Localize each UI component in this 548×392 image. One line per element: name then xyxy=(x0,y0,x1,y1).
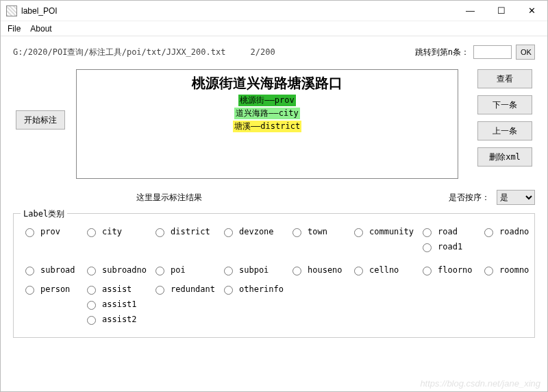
radio-roadno[interactable]: roadno xyxy=(481,226,536,237)
radio-redundant[interactable]: redundant xyxy=(152,284,221,295)
radio-community[interactable]: community xyxy=(351,226,419,237)
radio-subpoi[interactable]: subpoi xyxy=(221,265,289,275)
next-button[interactable]: 下一条 xyxy=(477,95,532,114)
annotation-district: 塘溪——district xyxy=(233,121,301,132)
radio-district[interactable]: district xyxy=(152,226,221,237)
jump-ok-button[interactable]: OK xyxy=(516,45,535,60)
canvas-title: 桃源街道兴海路塘溪路口 xyxy=(77,74,458,93)
radio-subroadno[interactable]: subroadno xyxy=(84,265,152,275)
radio-town[interactable]: town xyxy=(289,226,351,237)
menu-about[interactable]: About xyxy=(30,24,51,34)
sort-select[interactable]: 是 xyxy=(497,190,535,205)
radio-floorno[interactable]: floorno xyxy=(419,265,481,275)
path-row: G:/2020/POI查询/标注工具/poi/txt/JJXX_200.txt … xyxy=(13,45,535,60)
start-annotate-button[interactable]: 开始标注 xyxy=(16,110,65,130)
menubar: File About xyxy=(1,21,547,36)
titlebar: label_POI — ☐ ✕ xyxy=(1,1,547,21)
radio-poi[interactable]: poi xyxy=(152,265,221,275)
annotation-prov: 桃源街——prov xyxy=(238,95,295,106)
menu-file[interactable]: File xyxy=(8,24,21,34)
label-category-legend: Label类别 xyxy=(21,208,67,220)
window-title: label_POI xyxy=(21,6,455,16)
radio-cellno[interactable]: cellno xyxy=(351,265,419,275)
jump-input[interactable] xyxy=(473,45,512,59)
radio-city[interactable]: city xyxy=(84,226,152,237)
close-button[interactable]: ✕ xyxy=(516,1,547,21)
radio-road[interactable]: road xyxy=(419,226,481,237)
radio-subroad[interactable]: subroad xyxy=(22,265,84,275)
watermark: https://blog.csdn.net/jane_xing xyxy=(420,378,540,389)
radio-prov[interactable]: prov xyxy=(22,226,84,237)
radio-devzone[interactable]: devzone xyxy=(221,226,289,237)
label-category-group: Label类别 prov city district devzone town … xyxy=(13,213,535,338)
prev-button[interactable]: 上一条 xyxy=(477,121,532,140)
radio-otherinfo[interactable]: otherinfo xyxy=(221,284,289,295)
radio-assist[interactable]: assist xyxy=(84,284,152,295)
result-hint: 这里显示标注结果 xyxy=(136,192,449,204)
jump-label: 跳转到第n条： xyxy=(415,47,469,58)
app-icon xyxy=(6,5,17,16)
annotation-canvas: 桃源街道兴海路塘溪路口 桃源街——prov 道兴海路——city 塘溪——dis… xyxy=(76,69,458,179)
radio-houseno[interactable]: houseno xyxy=(289,265,351,275)
file-counter: 2/200 xyxy=(251,47,275,57)
minimize-button[interactable]: — xyxy=(455,1,486,21)
annotation-city: 道兴海路——city xyxy=(234,108,299,119)
radio-road1[interactable]: road1 xyxy=(419,241,481,252)
radio-assist1[interactable]: assist1 xyxy=(84,299,152,310)
delete-xml-button[interactable]: 删除xml xyxy=(477,147,532,167)
maximize-button[interactable]: ☐ xyxy=(486,1,516,21)
view-button[interactable]: 查看 xyxy=(477,69,532,88)
radio-assist2[interactable]: assist2 xyxy=(84,314,152,325)
sort-label: 是否按序： xyxy=(449,192,490,204)
radio-roomno[interactable]: roomno xyxy=(481,265,536,275)
radio-person[interactable]: person xyxy=(22,284,84,295)
file-path-text: G:/2020/POI查询/标注工具/poi/txt/JJXX_200.txt xyxy=(13,47,225,57)
file-path: G:/2020/POI查询/标注工具/poi/txt/JJXX_200.txt … xyxy=(13,47,415,58)
